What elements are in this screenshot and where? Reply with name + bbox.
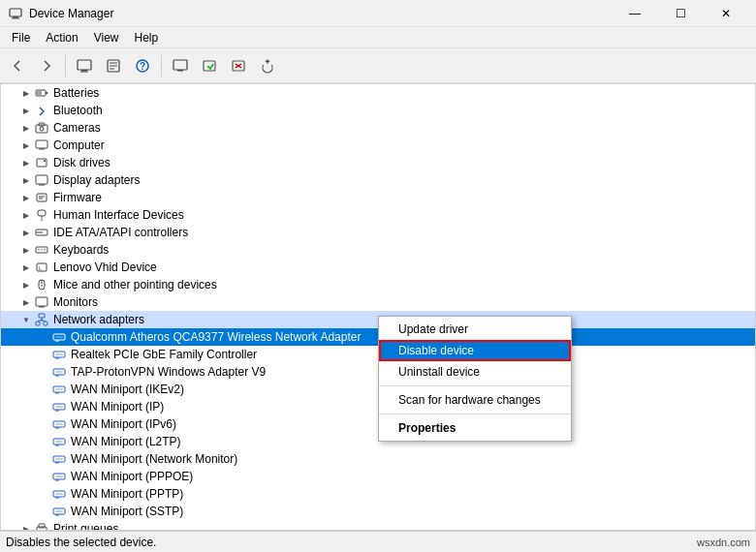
leaf-spacer [36, 504, 51, 519]
scan-button[interactable] [196, 52, 223, 79]
device-tree[interactable]: ▶ Batteries ▶ Bluetooth ▶ Cameras ▶ Comp… [0, 83, 756, 531]
properties-button[interactable] [100, 52, 127, 79]
svg-rect-24 [36, 140, 47, 148]
device-label: Cameras [53, 121, 101, 135]
leaf-spacer [36, 434, 51, 449]
device-label: WAN Miniport (L2TP) [71, 435, 181, 448]
expand-icon: ▶ [18, 521, 34, 531]
svg-rect-2 [12, 17, 19, 18]
svg-rect-80 [55, 423, 63, 425]
expand-icon: ▶ [18, 103, 34, 118]
device-label: Firmware [53, 191, 102, 204]
tree-item-hid[interactable]: ▶ Human Interface Devices [1, 206, 755, 224]
device-label: Print queues [53, 522, 118, 531]
device-icon [34, 207, 49, 223]
toolbar-sep-1 [65, 55, 66, 77]
menu-help[interactable]: Help [127, 27, 167, 47]
monitor-button[interactable] [167, 52, 194, 79]
device-icon [34, 103, 49, 118]
expand-icon: ▶ [18, 225, 34, 240]
tree-item-bluetooth[interactable]: ▶ Bluetooth [1, 102, 755, 119]
tree-item-firmware[interactable]: ▶ Firmware [1, 189, 755, 206]
maximize-button[interactable]: ☐ [658, 0, 703, 27]
uninstall-button[interactable] [225, 52, 252, 79]
menu-view[interactable]: View [86, 27, 127, 47]
svg-point-22 [40, 127, 44, 131]
tree-item-computer[interactable]: ▶ Computer [1, 137, 755, 154]
svg-point-49 [41, 285, 43, 287]
device-label: WAN Miniport (PPPOE) [71, 470, 193, 483]
expand-icon: ▶ [18, 190, 34, 205]
tree-item-mice[interactable]: ▶ Mice and other pointing devices [1, 276, 755, 293]
device-icon [51, 347, 67, 362]
device-icon [34, 138, 49, 153]
expand-icon: ▶ [18, 277, 34, 292]
device-icon [51, 364, 67, 380]
tree-item-printqueues[interactable]: ▶ Print queues [1, 520, 755, 531]
svg-rect-54 [36, 322, 40, 325]
tree-item-lenovo[interactable]: ▶ L Lenovo Vhid Device [1, 259, 755, 276]
device-label: IDE ATA/ATAPI controllers [53, 226, 188, 239]
expand-icon: ▶ [18, 138, 34, 153]
svg-rect-31 [37, 194, 47, 201]
device-label: WAN Miniport (IKEv2) [71, 383, 184, 396]
svg-rect-92 [55, 475, 63, 477]
tree-item-displayadapters[interactable]: ▶ Display adapters [1, 171, 755, 189]
tree-item-wan-sstp[interactable]: WAN Miniport (SSTP) [1, 503, 755, 520]
minimize-button[interactable]: — [613, 0, 657, 27]
toolbar: ? [0, 48, 756, 83]
device-icon [34, 120, 49, 136]
tree-item-monitors[interactable]: ▶ Monitors [1, 293, 755, 311]
help-button[interactable]: ? [129, 52, 156, 79]
device-label: WAN Miniport (PPTP) [71, 487, 183, 501]
expand-icon: ▶ [18, 172, 34, 188]
close-button[interactable]: ✕ [704, 0, 748, 27]
back-button[interactable] [4, 52, 31, 79]
tree-item-ide[interactable]: ▶ IDE ATA/ATAPI controllers [1, 224, 755, 241]
device-label: WAN Miniport (IPv6) [71, 417, 176, 431]
expand-icon: ▶ [18, 85, 34, 101]
computer-button[interactable] [71, 52, 98, 79]
svg-rect-14 [204, 61, 215, 71]
expand-icon: ▶ [18, 120, 34, 136]
menu-action[interactable]: Action [38, 27, 85, 47]
tree-item-wan-netmon[interactable]: WAN Miniport (Network Monitor) [1, 450, 755, 468]
status-bar: Disables the selected device. wsxdn.com [0, 531, 756, 552]
menu-file[interactable]: File [4, 27, 38, 47]
svg-rect-1 [13, 16, 18, 18]
leaf-spacer [36, 399, 51, 414]
leaf-spacer [36, 329, 51, 345]
device-icon [51, 486, 67, 502]
svg-rect-64 [55, 353, 63, 355]
svg-rect-5 [80, 71, 88, 72]
context-menu-item-1[interactable]: Disable device [379, 340, 571, 361]
context-menu-item-0[interactable]: Update driver [379, 319, 571, 340]
svg-rect-44 [44, 249, 46, 251]
svg-rect-43 [41, 249, 43, 251]
tree-item-diskdrives[interactable]: ▶ Disk drives [1, 154, 755, 171]
leaf-spacer [36, 416, 51, 432]
context-menu-item-4[interactable]: Scan for hardware changes [379, 389, 571, 411]
context-menu-item-6[interactable]: Properties [379, 417, 571, 439]
svg-point-35 [41, 219, 44, 222]
device-label: Lenovo Vhid Device [53, 261, 157, 274]
menu-bar: File Action View Help [0, 27, 756, 48]
window-controls[interactable]: — ☐ ✕ [613, 0, 748, 27]
forward-button[interactable] [33, 52, 60, 79]
tree-item-cameras[interactable]: ▶ Cameras [1, 119, 755, 137]
svg-rect-55 [44, 322, 47, 325]
device-icon [34, 225, 49, 240]
title-bar: Device Manager — ☐ ✕ [0, 0, 756, 27]
device-label: Mice and other pointing devices [53, 278, 217, 291]
tree-item-wan-pptp[interactable]: WAN Miniport (PPTP) [1, 485, 755, 503]
update-button[interactable] [254, 52, 281, 79]
device-icon [51, 451, 67, 467]
tree-item-batteries[interactable]: ▶ Batteries [1, 84, 755, 102]
context-menu-item-2[interactable]: Uninstall device [379, 361, 571, 383]
svg-text:?: ? [140, 61, 145, 72]
device-icon [34, 521, 49, 531]
device-label: TAP-ProtonVPN Windows Adapter V9 [71, 365, 266, 379]
device-icon [51, 504, 67, 519]
tree-item-keyboards[interactable]: ▶ Keyboards [1, 241, 755, 259]
tree-item-wan-pppoe[interactable]: WAN Miniport (PPPOE) [1, 468, 755, 485]
